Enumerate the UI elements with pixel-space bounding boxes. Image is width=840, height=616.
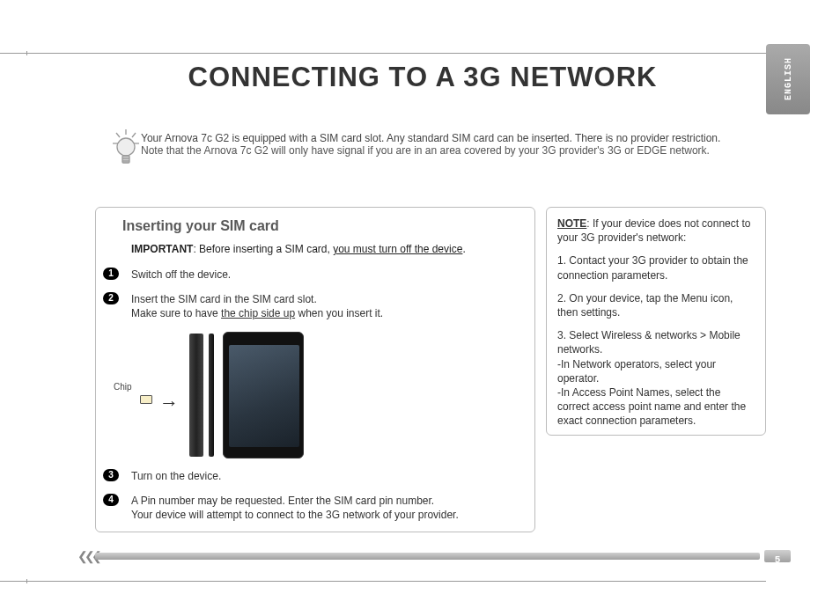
svg-line-2 — [132, 133, 136, 137]
important-label: IMPORTANT — [131, 243, 193, 255]
note-p5: -In Access Point Names, select the corre… — [557, 385, 755, 429]
svg-line-1 — [116, 133, 120, 137]
page-bottom-rule — [0, 581, 766, 582]
step-2-text-b: Make sure to have the chip side up when … — [131, 306, 519, 320]
step-4-num: 4 — [103, 494, 119, 506]
page-top-rule — [0, 53, 766, 54]
step-1-num: 1 — [103, 268, 119, 280]
important-text-b: . — [462, 243, 465, 255]
crop-mark-bottom — [26, 579, 35, 583]
tablet-side-view — [189, 334, 203, 457]
step-4-text-b: Your device will attempt to connect to t… — [131, 508, 519, 522]
note-heading-line: NOTE: If your device does not connect to… — [557, 216, 755, 245]
intro-line-2: Note that the Arnova 7c G2 will only hav… — [141, 144, 757, 157]
note-p2: 2. On your device, tap the Menu icon, th… — [557, 291, 755, 319]
page-number: 5 — [775, 554, 781, 565]
note-p4: -In Network operators, select your opera… — [557, 357, 755, 385]
intro-line-1: Your Arnova 7c G2 is equipped with a SIM… — [141, 132, 757, 144]
svg-point-5 — [117, 138, 135, 156]
important-text-a: : Before inserting a SIM card, — [193, 243, 333, 255]
troubleshoot-note-box: NOTE: If your device does not connect to… — [546, 207, 766, 436]
important-line: IMPORTANT: Before inserting a SIM card, … — [131, 243, 519, 255]
step-2-num: 2 — [103, 292, 119, 304]
step-4: 4 A Pin number may be requested. Enter t… — [131, 494, 519, 522]
page-number-badge: 5 — [764, 550, 791, 562]
crop-mark-top — [26, 51, 35, 55]
language-label: ENGLISH — [784, 57, 793, 100]
chip-label: Chip — [114, 381, 132, 393]
tablet-edge-view — [209, 334, 214, 457]
footer-bar — [95, 553, 760, 560]
language-tab: ENGLISH — [766, 44, 810, 114]
sim-chip-icon — [140, 395, 152, 404]
step-2-text-a: Insert the SIM card in the SIM card slot… — [131, 292, 519, 306]
step-3-num: 3 — [103, 469, 119, 481]
sim-heading: Inserting your SIM card — [122, 218, 519, 234]
sim-instructions-box: Inserting your SIM card IMPORTANT: Befor… — [95, 207, 535, 532]
step-2-text-b1: Make sure to have — [131, 307, 221, 319]
step-2: 2 Insert the SIM card in the SIM card sl… — [131, 292, 519, 458]
step-2-text-b2: when you insert it. — [295, 307, 383, 319]
step-3-text: Turn on the device. — [131, 470, 221, 482]
note-p3: 3. Select Wireless & networks > Mobile n… — [557, 328, 755, 356]
device-illustration: Chip → — [131, 326, 519, 458]
intro-text: Your Arnova 7c G2 is equipped with a SIM… — [141, 132, 757, 157]
note-label: NOTE — [557, 217, 586, 230]
lightbulb-icon — [111, 128, 141, 172]
note-p1: 1. Contact your 3G provider to obtain th… — [557, 253, 755, 282]
step-4-text-a: A Pin number may be requested. Enter the… — [131, 494, 519, 508]
step-2-text-b-underline: the chip side up — [221, 307, 295, 319]
page-title: CONNECTING TO A 3G NETWORK — [114, 62, 731, 93]
tablet-screen — [229, 345, 299, 447]
step-1-text: Switch off the device. — [131, 268, 231, 281]
important-text-underline: you must turn off the device — [333, 243, 462, 255]
arrow-right-icon: → — [159, 390, 179, 416]
tablet-front-view — [223, 332, 304, 458]
step-3: 3 Turn on the device. — [131, 469, 519, 483]
step-1: 1 Switch off the device. — [131, 268, 519, 282]
note-heading-text: : If your device does not connect to you… — [557, 217, 750, 244]
svg-rect-6 — [122, 156, 129, 163]
